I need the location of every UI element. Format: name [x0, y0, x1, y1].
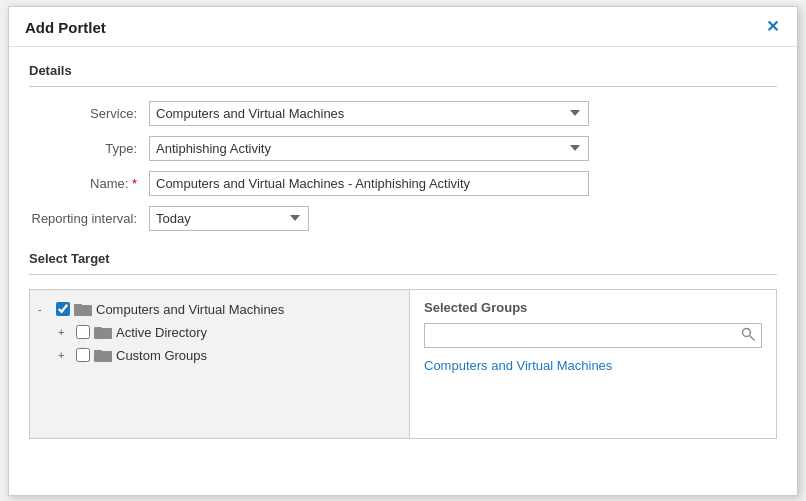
active-directory-toggle[interactable]: + — [58, 326, 72, 338]
service-control: Computers and Virtual Machines — [149, 101, 777, 126]
custom-groups-folder-icon — [94, 348, 112, 362]
details-section-title: Details — [29, 63, 777, 78]
root-checkbox[interactable] — [56, 302, 70, 316]
details-section: Details Service: Computers and Virtual M… — [29, 63, 777, 231]
reporting-control: Today Yesterday Last 7 Days Last 30 Days — [149, 206, 777, 231]
root-toggle[interactable]: - — [38, 303, 52, 315]
type-control: Antiphishing Activity — [149, 136, 777, 161]
dialog-body: Details Service: Computers and Virtual M… — [9, 47, 797, 455]
svg-line-7 — [750, 336, 754, 340]
svg-point-6 — [743, 328, 751, 336]
service-select[interactable]: Computers and Virtual Machines — [149, 101, 589, 126]
active-directory-folder-icon — [94, 325, 112, 339]
custom-groups-toggle[interactable]: + — [58, 349, 72, 361]
search-box-wrap — [424, 323, 762, 348]
type-select[interactable]: Antiphishing Activity — [149, 136, 589, 161]
dialog-header: Add Portlet ✕ — [9, 7, 797, 47]
tree-child-custom-groups[interactable]: + Custom Groups — [30, 344, 409, 367]
name-required: * — [132, 176, 137, 191]
active-directory-label: Active Directory — [116, 325, 207, 340]
reporting-label: Reporting interval: — [29, 211, 149, 226]
tree-root-item[interactable]: - Computers and Virtual Machines — [30, 298, 409, 321]
root-folder-icon — [74, 302, 92, 316]
svg-rect-5 — [94, 350, 102, 353]
tree-panel: - Computers and Virtual Machines + — [30, 290, 410, 438]
root-label: Computers and Virtual Machines — [96, 302, 284, 317]
name-row: Name: * — [29, 171, 777, 196]
search-icon — [741, 327, 755, 341]
selected-groups-title: Selected Groups — [424, 300, 762, 315]
dialog-title: Add Portlet — [25, 19, 106, 36]
select-target-divider — [29, 274, 777, 275]
name-control — [149, 171, 777, 196]
tree-child-active-directory[interactable]: + Active Directory — [30, 321, 409, 344]
target-grid: - Computers and Virtual Machines + — [29, 289, 777, 439]
add-portlet-dialog: Add Portlet ✕ Details Service: Computers… — [8, 6, 798, 496]
service-label: Service: — [29, 106, 149, 121]
selected-item[interactable]: Computers and Virtual Machines — [424, 358, 612, 373]
close-button[interactable]: ✕ — [764, 19, 781, 35]
select-target-title: Select Target — [29, 251, 777, 266]
name-input[interactable] — [149, 171, 589, 196]
reporting-row: Reporting interval: Today Yesterday Last… — [29, 206, 777, 231]
type-row: Type: Antiphishing Activity — [29, 136, 777, 161]
name-label: Name: * — [29, 176, 149, 191]
custom-groups-label: Custom Groups — [116, 348, 207, 363]
select-target-section: Select Target - Computers and Virtual Ma… — [29, 251, 777, 439]
svg-rect-1 — [74, 304, 82, 307]
search-input[interactable] — [431, 328, 741, 343]
custom-groups-checkbox[interactable] — [76, 348, 90, 362]
details-divider — [29, 86, 777, 87]
reporting-select[interactable]: Today Yesterday Last 7 Days Last 30 Days — [149, 206, 309, 231]
svg-rect-3 — [94, 327, 102, 330]
selected-groups-panel: Selected Groups Computers and Virtual Ma… — [410, 290, 776, 438]
search-icon-button[interactable] — [741, 327, 755, 344]
service-row: Service: Computers and Virtual Machines — [29, 101, 777, 126]
active-directory-checkbox[interactable] — [76, 325, 90, 339]
type-label: Type: — [29, 141, 149, 156]
